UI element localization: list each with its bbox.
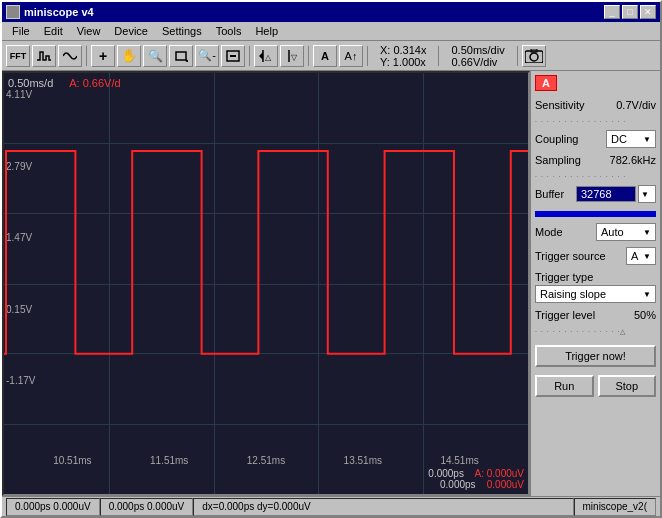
mode-value: Auto: [601, 226, 624, 238]
scope-time1: 0.000ps: [428, 468, 464, 479]
trigger-type-arrow: ▼: [643, 290, 651, 299]
status-cell-4: miniscope_v2(: [574, 498, 656, 516]
trigger-level-label: Trigger level: [535, 309, 595, 321]
svg-point-7: [530, 53, 538, 61]
main-window: miniscope v4 _ □ ✕ File Edit View Device…: [0, 0, 662, 518]
trigger-source-row: Trigger source A ▼: [535, 247, 656, 265]
svg-text:▽: ▽: [291, 53, 298, 62]
sensitivity-value: 0.7V/div: [616, 99, 656, 111]
x-label-3: 13.51ms: [344, 455, 382, 466]
buffer-dropdown[interactable]: ▼: [638, 185, 656, 203]
scope-value1: 0.000uV: [487, 468, 524, 479]
minimize-button[interactable]: _: [604, 5, 620, 19]
app-icon: [6, 5, 20, 19]
trigger-type-value: Raising slope: [540, 288, 606, 300]
trigger-source-dropdown[interactable]: A ▼: [626, 247, 656, 265]
run-button[interactable]: Run: [535, 375, 594, 397]
buffer-dropdown-arrow: ▼: [641, 190, 649, 199]
hand-tool-button[interactable]: ✋: [117, 45, 141, 67]
fft-button[interactable]: FFT: [6, 45, 30, 67]
right-panel: A Sensitivity 0.7V/div · · · · · · · · ·…: [530, 71, 660, 496]
toolbar-xy-info: X: 0.314x Y: 1.000x: [372, 44, 434, 68]
channel-a-button[interactable]: A: [313, 45, 337, 67]
toolbar-sep-1: [86, 46, 87, 66]
trigger-level-row: Trigger level 50%: [535, 309, 656, 321]
waveform-svg: [4, 73, 528, 494]
sampling-label: Sampling: [535, 154, 581, 166]
wave-button[interactable]: [58, 45, 82, 67]
cursor-v1-button[interactable]: △: [254, 45, 278, 67]
menu-tools[interactable]: Tools: [210, 24, 248, 38]
sensitivity-row: Sensitivity 0.7V/div: [535, 99, 656, 111]
svg-text:△: △: [265, 53, 272, 62]
scope-value2: 0.000uV: [487, 479, 524, 490]
x-label-2: 12.51ms: [247, 455, 285, 466]
trigger-source-arrow: ▼: [643, 252, 651, 261]
x-label-0: 10.51ms: [53, 455, 91, 466]
scope-button[interactable]: [32, 45, 56, 67]
zoom-reset-button[interactable]: [221, 45, 245, 67]
trigger-source-label: Trigger source: [535, 250, 606, 262]
trigger-level-value: 50%: [634, 309, 656, 321]
cursor-v2-button[interactable]: ▽: [280, 45, 304, 67]
status-cell-2: 0.000ps 0.000uV: [100, 498, 194, 516]
buffer-progress-bar: [535, 211, 656, 217]
maximize-button[interactable]: □: [622, 5, 638, 19]
sensitivity-label: Sensitivity: [535, 99, 585, 111]
menubar: File Edit View Device Settings Tools Hel…: [2, 22, 660, 41]
menu-help[interactable]: Help: [249, 24, 284, 38]
trigger-level-slider-dots[interactable]: · · · · · · · · · · · · · · ·△: [535, 327, 656, 337]
zoom-out-button[interactable]: 🔍-: [195, 45, 219, 67]
toolbar-sep-6: [517, 46, 518, 66]
buffer-row: Buffer 32768 ▼: [535, 185, 656, 203]
scope-display[interactable]: 0.50ms/d A: 0.66V/d 4.11V 2.79V 1.47V 0.…: [2, 71, 530, 496]
buffer-label: Buffer: [535, 188, 564, 200]
status-cell-1: 0.000ps 0.000uV: [6, 498, 100, 516]
main-content: 0.50ms/d A: 0.66V/d 4.11V 2.79V 1.47V 0.…: [2, 71, 660, 496]
menu-file[interactable]: File: [6, 24, 36, 38]
run-stop-row: Run Stop: [535, 375, 656, 397]
coupling-dropdown[interactable]: DC ▼: [606, 130, 656, 148]
statusbar: 0.000ps 0.000uV 0.000ps 0.000uV dx=0.000…: [2, 496, 660, 516]
svg-rect-0: [176, 52, 186, 60]
close-button[interactable]: ✕: [640, 5, 656, 19]
zoom-rect-button[interactable]: [169, 45, 193, 67]
coupling-label: Coupling: [535, 133, 578, 145]
menu-view[interactable]: View: [71, 24, 107, 38]
camera-button[interactable]: [522, 45, 546, 67]
toolbar: FFT + ✋ 🔍 🔍- △ ▽: [2, 41, 660, 71]
mode-dropdown-arrow: ▼: [643, 228, 651, 237]
coupling-dropdown-arrow: ▼: [643, 135, 651, 144]
cursor-plus-button[interactable]: +: [91, 45, 115, 67]
channel-tab-a[interactable]: A: [535, 75, 557, 91]
mode-dropdown[interactable]: Auto ▼: [596, 223, 656, 241]
trigger-type-dropdown[interactable]: Raising slope ▼: [535, 285, 656, 303]
mode-label: Mode: [535, 226, 563, 238]
x-label-4: 14.51ms: [440, 455, 478, 466]
trigger-type-section: Trigger type Raising slope ▼: [535, 271, 656, 303]
coupling-row: Coupling DC ▼: [535, 130, 656, 148]
coupling-value: DC: [611, 133, 627, 145]
zoom-in-button[interactable]: 🔍: [143, 45, 167, 67]
buffer-input[interactable]: 32768: [576, 186, 636, 202]
menu-device[interactable]: Device: [108, 24, 154, 38]
trigger-now-button[interactable]: Trigger now!: [535, 345, 656, 367]
ref-button[interactable]: A↑: [339, 45, 363, 67]
trigger-type-label: Trigger type: [535, 271, 656, 283]
stop-button[interactable]: Stop: [598, 375, 657, 397]
trigger-source-value: A: [631, 250, 638, 262]
scope-time2: 0.000ps: [440, 479, 476, 490]
sensitivity-slider-dots[interactable]: · · · · · · · · · · · · · · · ·: [535, 117, 656, 126]
scope-x-labels: 10.51ms 11.51ms 12.51ms 13.51ms 14.51ms: [4, 455, 528, 466]
toolbar-timebase: 0.50ms/div 0.66V/div: [443, 44, 512, 68]
sampling-row: Sampling 782.6kHz: [535, 154, 656, 166]
menu-edit[interactable]: Edit: [38, 24, 69, 38]
svg-line-1: [186, 60, 188, 62]
toolbar-sep-5: [438, 46, 439, 66]
title-bar: miniscope v4 _ □ ✕: [2, 2, 660, 22]
menu-settings[interactable]: Settings: [156, 24, 208, 38]
scope-channel-label: A:: [475, 468, 484, 479]
status-cell-3: dx=0.000ps dy=0.000uV: [193, 498, 573, 516]
sampling-slider-dots[interactable]: · · · · · · · · · · · · · · · ·: [535, 172, 656, 181]
x-label-1: 11.51ms: [150, 455, 188, 466]
